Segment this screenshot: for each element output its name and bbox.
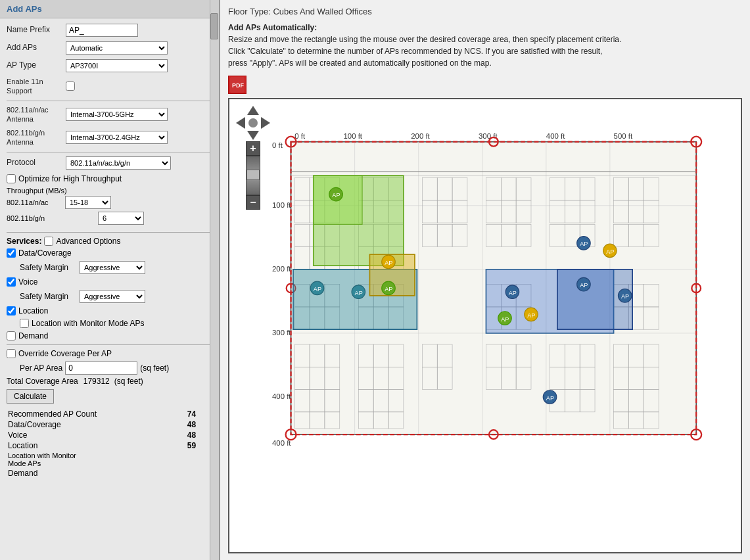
pdf-icon: PDF: [230, 77, 245, 93]
optimize-row: Optimize for High Throughput: [7, 174, 212, 183]
override-coverage-row: Override Coverage Per AP: [7, 349, 212, 358]
voice-safety-margin-row: Safety Margin Aggressive Moderate Conser…: [20, 290, 212, 303]
voice-safety-margin-select[interactable]: Aggressive Moderate Conservative: [80, 290, 145, 303]
panel-title: Add APs: [7, 4, 42, 14]
right-panel: Floor Type: Cubes And Walled Offices Add…: [220, 0, 750, 560]
protocol-select[interactable]: 802.11a/n/ac.b/g/n 802.11a/n/ac 802.11b/…: [66, 156, 171, 170]
zoom-slider-thumb[interactable]: [246, 170, 260, 180]
ap-label-7: AP: [385, 286, 392, 292]
antenna-24ghz-row: 802.11b/g/nAntenna Internal-3700-2.4GHz …: [7, 128, 212, 147]
y-axis-200ft: 200 ft: [272, 265, 291, 273]
per-ap-area-input[interactable]: [65, 362, 137, 375]
throughput-bgn-select[interactable]: 6 11 54: [98, 212, 144, 225]
voice-label: Voice: [18, 277, 37, 287]
floorplan-area: 0 ft 100 ft 200 ft 300 ft 400 ft 0 ft 10…: [272, 103, 738, 549]
y-axis-400ft-bottom: 400 ft: [272, 439, 291, 447]
calculate-button[interactable]: Calculate: [7, 389, 54, 404]
scrollbar-thumb[interactable]: [210, 13, 218, 39]
name-prefix-label: Name Prefix: [7, 25, 66, 35]
throughput-bgn-label: 802.11b/g/n: [7, 214, 62, 222]
enable-11n-checkbox[interactable]: [66, 82, 75, 91]
ap-label-9: AP: [385, 260, 392, 266]
nav-down-arrow[interactable]: [247, 131, 259, 140]
pdf-button[interactable]: PDF: [228, 76, 246, 94]
throughput-80211-row: 802.11a/n/ac 15-18 10-15 5-10: [7, 196, 111, 209]
result-location-label: Location: [7, 440, 181, 451]
optimize-label: Optimize for High Throughput: [18, 174, 122, 183]
safety-margin-select[interactable]: Aggressive Moderate Conservative: [80, 261, 145, 274]
ap-label-10: AP: [527, 312, 535, 319]
x-axis-100ft: 100 ft: [343, 132, 362, 140]
y-axis-0ft: 0 ft: [272, 141, 283, 149]
y-axis-100ft: 100 ft: [272, 201, 291, 209]
zoom-out-button[interactable]: −: [246, 195, 260, 210]
y-axis-300ft: 300 ft: [272, 329, 291, 337]
ap-label-1: AP: [509, 290, 517, 296]
enable-11n-row: Enable 11nSupport: [7, 77, 212, 96]
throughput-main-label: Throughput (MB/s): [7, 187, 67, 195]
result-voice-label: Voice: [7, 430, 181, 440]
ap-label-5: AP: [546, 395, 554, 402]
location-checkbox[interactable]: [7, 306, 16, 315]
demand-checkbox[interactable]: [7, 331, 16, 340]
voice-safety-margin-label: Safety Margin: [20, 292, 76, 301]
antenna-24ghz-select[interactable]: Internal-3700-2.4GHz External: [66, 131, 168, 144]
result-demand-label: Demand: [7, 468, 181, 478]
zoom-in-button[interactable]: +: [246, 141, 260, 156]
override-coverage-label: Override Coverage Per AP: [18, 349, 112, 358]
protocol-row: Protocol 802.11a/n/ac.b/g/n 802.11a/n/ac…: [7, 156, 212, 170]
panel-content: Name Prefix Add APs Automatic Manual AP …: [0, 18, 219, 560]
add-aps-select[interactable]: Automatic Manual: [66, 41, 168, 55]
throughput-bgn-row: 802.11b/g/n 6 11 54: [7, 212, 144, 225]
ap-label-8: AP: [501, 316, 509, 323]
result-location-monitor-label: Location with MonitorMode APs: [7, 451, 181, 468]
per-ap-area-label: Per AP Area: [20, 363, 62, 373]
demand-row: Demand: [7, 331, 212, 340]
result-location-monitor-row: Location with MonitorMode APs: [7, 451, 212, 468]
antenna-5ghz-select[interactable]: Internal-3700-5GHz External: [66, 108, 168, 121]
ap-label-2: AP: [580, 282, 588, 289]
y-axis-400ft: 400 ft: [272, 392, 291, 400]
left-panel: Add APs Name Prefix Add APs Automatic Ma…: [0, 0, 220, 560]
voice-row: Voice: [7, 277, 212, 287]
voice-checkbox[interactable]: [7, 277, 16, 287]
result-data-coverage-label: Data/Coverage: [7, 419, 181, 430]
x-axis-400ft: 400 ft: [546, 132, 565, 140]
nav-left-arrow[interactable]: [236, 117, 245, 129]
result-voice-row: Voice 48: [7, 430, 212, 440]
services-label: Services:: [7, 237, 41, 246]
location-monitor-checkbox[interactable]: [20, 319, 29, 328]
ap-label-4: AP: [580, 241, 588, 247]
map-container[interactable]: + − 0 ft 100 ft 200 ft 300 ft 400 ft 0 f…: [228, 98, 742, 553]
nav-center[interactable]: [248, 118, 258, 128]
x-axis-300ft: 300 ft: [479, 132, 498, 140]
advanced-options-checkbox[interactable]: [44, 237, 53, 246]
safety-margin-row: Safety Margin Aggressive Moderate Conser…: [20, 261, 212, 274]
throughput-80211-select[interactable]: 15-18 10-15 5-10: [65, 196, 111, 209]
instructions: Add APs Automatically: Resize and move t…: [228, 22, 742, 69]
ap-type-select[interactable]: AP3700I AP3600I AP2702I: [66, 59, 168, 72]
nav-right-arrow[interactable]: [261, 117, 270, 129]
ap-label-3: AP: [621, 293, 629, 300]
map-toolbar: PDF: [228, 76, 742, 94]
nav-up-arrow[interactable]: [247, 106, 259, 115]
location-label: Location: [18, 306, 48, 315]
scrollbar-track[interactable]: [210, 0, 219, 560]
x-axis-500ft: 500 ft: [614, 132, 633, 140]
zoom-slider[interactable]: [246, 156, 260, 195]
result-voice-value: 48: [181, 430, 212, 440]
ap-type-row: AP Type AP3700I AP3600I AP2702I: [7, 59, 212, 72]
location-monitor-row: Location with Monitor Mode APs: [20, 319, 212, 328]
zoom-controls: + −: [246, 141, 260, 210]
result-location-row: Location 59: [7, 440, 212, 451]
result-demand-value: [181, 468, 212, 478]
result-recommended-ap-value: 74: [181, 409, 212, 419]
optimize-checkbox[interactable]: [7, 174, 16, 183]
name-prefix-input[interactable]: [66, 24, 138, 37]
navigation-control: + −: [236, 106, 270, 210]
protocol-label: Protocol: [7, 158, 66, 168]
override-coverage-checkbox[interactable]: [7, 349, 16, 358]
ap-label-11: AP: [606, 248, 614, 255]
data-coverage-checkbox[interactable]: [7, 248, 16, 258]
total-coverage-label: Total Coverage Area: [7, 377, 78, 386]
